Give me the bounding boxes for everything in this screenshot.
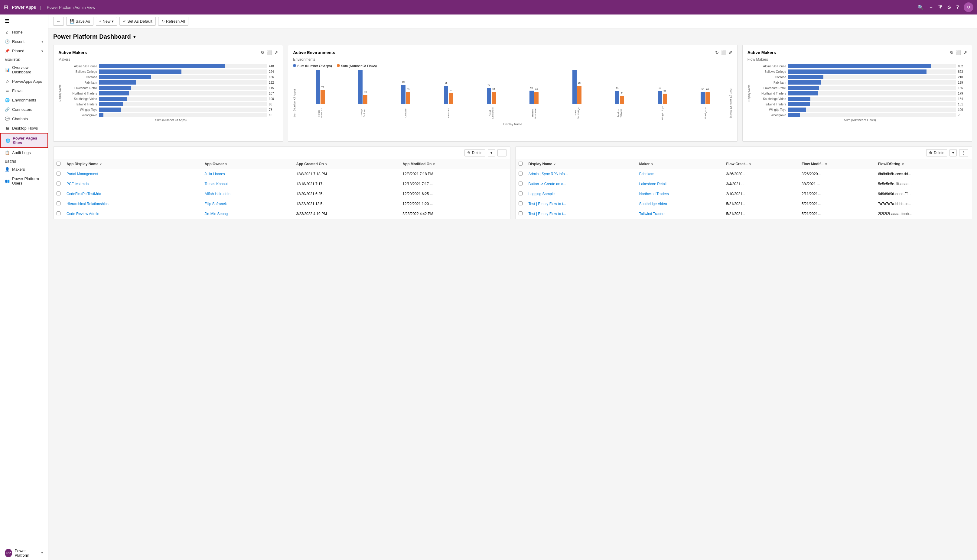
back-button[interactable]: ← (53, 17, 64, 26)
app-owner-cell[interactable]: Filip Safranek (201, 199, 293, 209)
new-button[interactable]: + New ▾ (96, 17, 117, 26)
sidebar-item-powerapps-apps[interactable]: ◇ PowerApps Apps (0, 77, 48, 86)
table-row[interactable]: Hierarchical Relationships Filip Safrane… (54, 199, 510, 209)
app-name-cell[interactable]: CodeFirstPcfTestMda (64, 189, 201, 199)
app-grid-icon[interactable]: ⊞ (3, 4, 8, 10)
table-row[interactable]: Test | Empty Flow to t... Tailwind Trade… (515, 209, 972, 219)
sidebar-bottom[interactable]: PP Power Platform ⊙ (0, 546, 48, 560)
user-avatar[interactable]: U (964, 2, 974, 12)
sidebar-item-environments[interactable]: 🌐 Environments (0, 95, 48, 105)
export-chart-icon[interactable]: ⬜ (267, 50, 272, 55)
expand-chart-icon[interactable]: ⤢ (274, 50, 278, 55)
row-check[interactable] (515, 209, 525, 219)
sidebar-item-power-pages-sites[interactable]: 🌐 Power Pages Sites (0, 133, 48, 148)
row-check[interactable] (515, 169, 525, 179)
export-chart2-icon[interactable]: ⬜ (721, 50, 726, 55)
sidebar-item-flows[interactable]: ≋ Flows (0, 86, 48, 95)
apps-th-name[interactable]: App Display Name∨ (64, 159, 201, 169)
chart2-bar-pair: 85 56 (444, 70, 453, 104)
flows-select-all[interactable] (519, 162, 522, 165)
save-as-button[interactable]: 💾 Save As (66, 17, 94, 26)
apps-select-all[interactable] (57, 162, 60, 165)
apps-th-created[interactable]: App Created On∨ (293, 159, 400, 169)
sidebar-item-desktop-flows[interactable]: 🖥 Desktop Flows (0, 123, 48, 133)
app-name-cell[interactable]: PCF test mda (64, 179, 201, 189)
app-owner-cell[interactable]: Jin-Min Seong (201, 209, 293, 219)
row-check[interactable] (54, 169, 64, 179)
filter-icon[interactable]: ⧩ (938, 5, 942, 10)
refresh-chart-icon[interactable]: ↻ (261, 50, 264, 55)
set-default-button[interactable]: ✓ Set As Default (119, 17, 156, 26)
row-check[interactable] (54, 209, 64, 219)
table-row[interactable]: Code Review Admin Jin-Min Seong 3/23/202… (54, 209, 510, 219)
apps-expand-button[interactable]: ▾ (488, 149, 495, 157)
table-row[interactable]: Logging Sample Northwind Traders 2/10/20… (515, 189, 972, 199)
chart3-bar-fill (788, 80, 821, 85)
row-check[interactable] (515, 179, 525, 189)
hamburger-icon[interactable]: ☰ (0, 15, 48, 27)
refresh-chart3-icon[interactable]: ↻ (950, 50, 954, 55)
refresh-chart2-icon[interactable]: ↻ (715, 50, 719, 55)
table-row[interactable]: Admin | Sync RPA Info... Fabrikam 3/26/2… (515, 169, 972, 179)
sidebar-item-pinned[interactable]: 📌 Pinned ∨ (0, 46, 48, 56)
refresh-all-button[interactable]: ↻ Refresh All (158, 17, 188, 26)
search-icon[interactable]: 🔍 (918, 5, 924, 10)
sidebar-item-audit-logs[interactable]: 📋 Audit Logs (0, 148, 48, 157)
sidebar-item-makers[interactable]: 👤 Makers (0, 165, 48, 174)
flow-name-cell[interactable]: Button -> Create an a... (525, 179, 636, 189)
sidebar-item-overview-dashboard[interactable]: 📊 Overview Dashboard (0, 63, 48, 77)
expand-chart3-icon[interactable]: ⤢ (964, 50, 967, 55)
apps-th-check[interactable] (54, 159, 64, 169)
export-chart3-icon[interactable]: ⬜ (956, 50, 961, 55)
apps-th-modified[interactable]: App Modified On∨ (400, 159, 510, 169)
flows-th-created[interactable]: Flow Creat...∨ (723, 159, 799, 169)
apps-more-button[interactable]: ⋮ (497, 149, 507, 157)
flows-th-check[interactable] (515, 159, 525, 169)
app-name-cell[interactable]: Code Review Admin (64, 209, 201, 219)
expand-chart2-icon[interactable]: ⤢ (729, 50, 733, 55)
row-check[interactable] (515, 199, 525, 209)
table-row[interactable]: Test | Empty Flow to t... Southridge Vid… (515, 199, 972, 209)
apps-delete-button[interactable]: 🗑 Delete (465, 149, 485, 157)
flow-maker-cell[interactable]: Lakeshore Retail (636, 179, 723, 189)
row-check[interactable] (54, 189, 64, 199)
app-owner-cell[interactable]: Julia Linares (201, 169, 293, 179)
app-owner-cell[interactable]: Afifah Hairuddin (201, 189, 293, 199)
flows-delete-button[interactable]: 🗑 Delete (926, 149, 947, 157)
flow-maker-cell[interactable]: Northwind Traders (636, 189, 723, 199)
add-icon[interactable]: ＋ (928, 4, 934, 10)
flow-maker-cell[interactable]: Tailwind Traders (636, 209, 723, 219)
chart2-bar-orange: 63 (706, 92, 710, 104)
sidebar-item-power-platform-users[interactable]: 👥 Power Platform Users (0, 174, 48, 188)
flow-name-cell[interactable]: Test | Empty Flow to t... (525, 199, 636, 209)
row-check[interactable] (515, 189, 525, 199)
flow-name-cell[interactable]: Logging Sample (525, 189, 636, 199)
sidebar-item-connectors[interactable]: 🔗 Connectors (0, 105, 48, 114)
flows-expand-button[interactable]: ▾ (950, 149, 957, 157)
flows-th-maker[interactable]: Maker∨ (636, 159, 723, 169)
sidebar-item-chatbots[interactable]: 💬 Chatbots (0, 114, 48, 123)
flows-th-modified[interactable]: Flow Modif...∨ (799, 159, 875, 169)
row-check[interactable] (54, 199, 64, 209)
flow-name-cell[interactable]: Admin | Sync RPA Info... (525, 169, 636, 179)
row-check[interactable] (54, 179, 64, 189)
page-heading-chevron[interactable]: ▾ (133, 35, 136, 39)
flow-name-cell[interactable]: Test | Empty Flow to t... (525, 209, 636, 219)
table-row[interactable]: Button -> Create an a... Lakeshore Retai… (515, 179, 972, 189)
app-name-cell[interactable]: Portal Management (64, 169, 201, 179)
app-name-cell[interactable]: Hierarchical Relationships (64, 199, 201, 209)
flow-maker-cell[interactable]: Fabrikam (636, 169, 723, 179)
apps-th-owner[interactable]: App Owner∨ (201, 159, 293, 169)
sidebar-item-recent[interactable]: 🕐 Recent ∨ (0, 37, 48, 46)
table-row[interactable]: PCF test mda Tomas Kohout 12/18/2021 7:1… (54, 179, 510, 189)
flow-maker-cell[interactable]: Southridge Video (636, 199, 723, 209)
flows-th-id[interactable]: FlowIDString∨ (875, 159, 972, 169)
table-row[interactable]: CodeFirstPcfTestMda Afifah Hairuddin 12/… (54, 189, 510, 199)
app-owner-cell[interactable]: Tomas Kohout (201, 179, 293, 189)
flows-more-button[interactable]: ⋮ (959, 149, 968, 157)
settings-icon[interactable]: ⚙ (947, 5, 951, 10)
help-icon[interactable]: ? (956, 5, 959, 10)
sidebar-item-home[interactable]: ⌂ Home (0, 27, 48, 37)
table-row[interactable]: Portal Management Julia Linares 12/8/202… (54, 169, 510, 179)
flows-th-name[interactable]: Display Name∨ (525, 159, 636, 169)
